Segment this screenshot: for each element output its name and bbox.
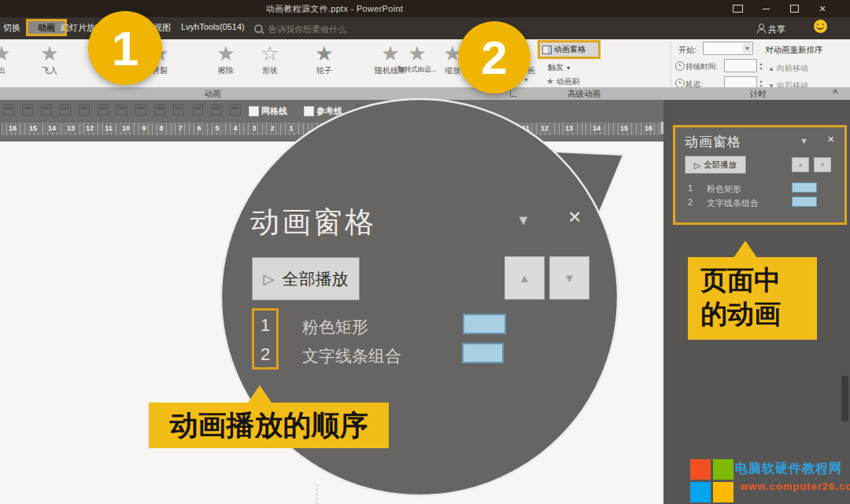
- magnified-item-order: 1: [252, 315, 279, 336]
- callout-pointer: [248, 385, 272, 403]
- powerpoint-window: 动画教程源文件.pptx - PowerPoint × 切换 动画 幻灯片放映 …: [0, 0, 850, 504]
- magnified-play-all-button: ▷ 全部播放: [252, 257, 360, 300]
- play-icon: ▷: [264, 270, 275, 288]
- magnified-item-label: 文字线条组合: [302, 345, 401, 367]
- magnified-item-order: 2: [252, 344, 279, 365]
- magnified-menu-chevron-icon: ▼: [516, 212, 530, 229]
- magnified-timeline-bar: [463, 314, 506, 334]
- play-order-callout: 动画播放的顺序: [149, 403, 389, 448]
- watermark-site-name: 电脑软硬件教程网: [735, 461, 842, 477]
- magnified-close-icon: ×: [568, 204, 581, 230]
- magnified-move-down-button: ▼: [549, 256, 589, 300]
- watermark-site-url: www.computer26.com: [740, 480, 850, 492]
- magnified-item-label: 粉色矩形: [302, 316, 368, 338]
- magnified-timeline-bar: [462, 343, 504, 363]
- magnified-move-up-button: ▲: [504, 256, 545, 300]
- step-1-badge: 1: [88, 11, 162, 85]
- step-2-badge: 2: [458, 21, 530, 94]
- magnified-pane-title: 动画窗格: [250, 203, 376, 242]
